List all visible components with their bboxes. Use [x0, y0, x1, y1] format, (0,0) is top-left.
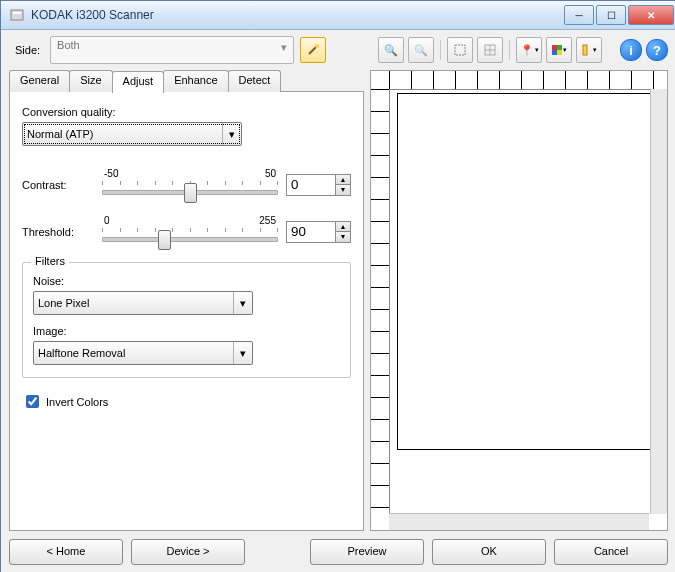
contrast-slider[interactable]	[102, 181, 278, 201]
image-filter-value: Halftone Removal	[38, 347, 125, 359]
marquee-icon	[454, 44, 466, 56]
chevron-down-icon: ▾	[281, 41, 287, 54]
preview-toolbar: 🔍 🔍 📍▾ ▾ ▾ i ?	[378, 37, 668, 63]
threshold-label: Threshold:	[22, 226, 102, 238]
region-tool-button[interactable]	[447, 37, 473, 63]
preview-button[interactable]: Preview	[310, 539, 424, 565]
zoom-in-button[interactable]: 🔍	[378, 37, 404, 63]
threshold-slider[interactable]	[102, 228, 278, 248]
threshold-value-input[interactable]	[286, 221, 336, 243]
info-icon: i	[629, 43, 633, 58]
preview-area	[370, 70, 668, 531]
app-icon	[9, 7, 25, 23]
tab-general[interactable]: General	[9, 70, 70, 92]
info-button[interactable]: i	[620, 39, 642, 61]
svg-rect-0	[11, 10, 23, 20]
threshold-row: Threshold: 0 255	[22, 215, 351, 248]
main-row: General Size Adjust Enhance Detect Conve…	[9, 70, 668, 531]
window-title: KODAK i3200 Scanner	[31, 8, 562, 22]
zoom-out-icon: 🔍	[414, 44, 428, 57]
filters-group: Filters Noise: Lone Pixel ▾ Image: Halft…	[22, 262, 351, 378]
conversion-quality-select[interactable]: Normal (ATP) ▾	[22, 122, 242, 146]
units-menu-button[interactable]: ▾	[576, 37, 602, 63]
tab-adjust[interactable]: Adjust	[112, 71, 165, 93]
ruler-vertical	[371, 89, 390, 528]
cancel-button[interactable]: Cancel	[554, 539, 668, 565]
threshold-max-label: 255	[259, 215, 276, 226]
chevron-down-icon: ▾	[233, 292, 252, 314]
toolbar-separator	[509, 40, 510, 60]
settings-shortcut-button[interactable]	[300, 37, 326, 63]
preview-scrollbar-vertical[interactable]	[650, 89, 667, 514]
zoom-in-icon: 🔍	[384, 44, 398, 57]
contrast-label: Contrast:	[22, 179, 102, 191]
quality-menu-button[interactable]: 📍▾	[516, 37, 542, 63]
tabstrip: General Size Adjust Enhance Detect	[9, 70, 364, 92]
ok-button[interactable]: OK	[432, 539, 546, 565]
ruler-icon	[582, 44, 592, 56]
side-select-value: Both	[57, 39, 80, 51]
home-button[interactable]: < Home	[9, 539, 123, 565]
image-filter-label: Image:	[33, 325, 340, 337]
titlebar: KODAK i3200 Scanner ─ ☐ ✕	[1, 1, 675, 30]
scanner-settings-window: KODAK i3200 Scanner ─ ☐ ✕ Side: Both ▾ 🔍…	[0, 0, 675, 572]
noise-value: Lone Pixel	[38, 297, 89, 309]
color-swatch-icon	[552, 45, 562, 55]
help-button[interactable]: ?	[646, 39, 668, 61]
chevron-down-icon: ▾	[593, 46, 597, 54]
svg-point-3	[315, 44, 319, 48]
noise-select[interactable]: Lone Pixel ▾	[33, 291, 253, 315]
ruler-horizontal	[389, 71, 665, 90]
svg-rect-11	[557, 50, 562, 55]
chevron-down-icon: ▾	[222, 123, 241, 145]
close-button[interactable]: ✕	[628, 5, 674, 25]
spinner-up-icon[interactable]: ▲	[335, 174, 351, 185]
grid-icon	[484, 44, 496, 56]
maximize-button[interactable]: ☐	[596, 5, 626, 25]
minimize-button[interactable]: ─	[564, 5, 594, 25]
invert-colors-checkbox[interactable]: Invert Colors	[22, 392, 351, 411]
threshold-spinner[interactable]: ▲▼	[335, 221, 351, 243]
threshold-slider-thumb[interactable]	[158, 230, 171, 250]
spinner-up-icon[interactable]: ▲	[335, 221, 351, 232]
spinner-down-icon[interactable]: ▼	[335, 184, 351, 196]
contrast-slider-thumb[interactable]	[184, 183, 197, 203]
preview-page[interactable]	[397, 93, 657, 450]
preview-scrollbar-horizontal[interactable]	[389, 513, 649, 530]
zoom-out-button[interactable]: 🔍	[408, 37, 434, 63]
side-label: Side:	[15, 44, 40, 56]
image-filter-select[interactable]: Halftone Removal ▾	[33, 341, 253, 365]
tab-enhance[interactable]: Enhance	[163, 70, 228, 92]
svg-rect-10	[552, 50, 557, 55]
contrast-slider-wrap: -50 50	[102, 168, 278, 201]
chevron-down-icon: ▾	[233, 342, 252, 364]
device-button[interactable]: Device >	[131, 539, 245, 565]
wand-icon	[306, 43, 320, 57]
contrast-row: Contrast: -50 50	[22, 168, 351, 201]
spinner-down-icon[interactable]: ▼	[335, 231, 351, 243]
tab-panel-adjust: Conversion quality: Normal (ATP) ▾ Contr…	[9, 91, 364, 531]
toolbar-separator	[440, 40, 441, 60]
svg-rect-8	[552, 45, 557, 50]
top-toolbar: Side: Both ▾ 🔍 🔍 📍▾ ▾ ▾ i ?	[9, 34, 668, 66]
chevron-down-icon: ▾	[535, 46, 539, 54]
grid-tool-button[interactable]	[477, 37, 503, 63]
noise-label: Noise:	[33, 275, 340, 287]
conversion-quality-label: Conversion quality:	[22, 106, 351, 118]
conversion-quality-value: Normal (ATP)	[27, 128, 93, 140]
chevron-down-icon: ▾	[563, 46, 567, 54]
color-menu-button[interactable]: ▾	[546, 37, 572, 63]
window-controls: ─ ☐ ✕	[562, 5, 674, 25]
invert-colors-label: Invert Colors	[46, 396, 108, 408]
contrast-value-input[interactable]	[286, 174, 336, 196]
pin-icon: 📍	[520, 44, 534, 57]
tab-detect[interactable]: Detect	[228, 70, 282, 92]
svg-rect-12	[583, 45, 587, 55]
bottom-button-row: < Home Device > Preview OK Cancel	[9, 535, 668, 565]
invert-colors-input[interactable]	[26, 395, 39, 408]
contrast-spinner[interactable]: ▲▼	[335, 174, 351, 196]
side-select[interactable]: Both ▾	[50, 36, 294, 64]
tab-size[interactable]: Size	[69, 70, 112, 92]
help-icon: ?	[653, 43, 661, 58]
svg-rect-1	[13, 12, 21, 14]
